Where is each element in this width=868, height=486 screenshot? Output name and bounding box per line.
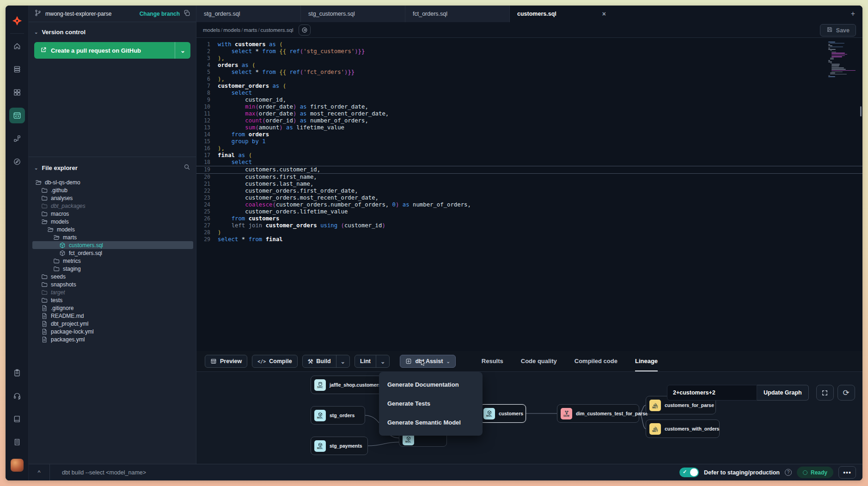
tab-fct_orders-sql[interactable]: fct_orders.sql (405, 6, 510, 22)
breadcrumb-item[interactable]: customers.sql (261, 27, 293, 33)
tree-item-metrics[interactable]: metrics (32, 257, 193, 265)
result-tab-results[interactable]: Results (482, 351, 503, 371)
tree-item--gitignore[interactable]: .gitignore (32, 304, 193, 312)
search-icon[interactable] (183, 164, 190, 172)
code-line-7[interactable]: 7customer_orders as ( (196, 83, 862, 90)
tree-item-models[interactable]: models (32, 218, 193, 225)
code-line-25[interactable]: 25 customer_orders.lifetime_value (196, 208, 862, 215)
rail-item-support[interactable] (9, 388, 25, 404)
build-button[interactable]: ⚒Build ⌄ (302, 355, 350, 368)
code-line-28[interactable]: 28) (196, 229, 862, 236)
code-line-9[interactable]: 9 customer_id, (196, 97, 862, 103)
tree-item-snapshots[interactable]: snapshots (32, 280, 193, 288)
menu-item-generate-semantic-model[interactable]: Generate Semantic Model (379, 413, 483, 432)
code-line-6[interactable]: 6), (196, 76, 862, 83)
tree-item-dbt-project-yml[interactable]: dbt_project.yml (32, 320, 193, 328)
code-line-29[interactable]: 29select * from final (196, 236, 862, 243)
tree-item-packages-yml[interactable]: packages.yml (32, 335, 193, 343)
dbt-assist-button[interactable]: dbt Assist⌄ (400, 355, 455, 368)
code-line-23[interactable]: 23 customer_orders.most_recent_order_dat… (196, 194, 862, 201)
more-options-button[interactable]: ••• (838, 466, 856, 479)
result-tab-code-quality[interactable]: Code quality (521, 351, 557, 371)
create-pr-button[interactable]: Create a pull request on GitHub ⌄ (34, 42, 190, 59)
rail-item-deploy[interactable] (9, 131, 25, 146)
lineage-node-met2[interactable]: MET customers_with_orders (646, 419, 720, 438)
update-graph-button[interactable]: Update Graph (757, 385, 809, 401)
result-tab-compiled-code[interactable]: Compiled code (575, 351, 617, 371)
code-line-19[interactable]: 19 customers.customer_id, (196, 166, 862, 174)
tree-item-analyses[interactable]: analyses (32, 194, 193, 202)
new-tab-button[interactable]: + (851, 10, 855, 18)
rail-item-projects[interactable] (9, 61, 25, 77)
defer-toggle[interactable]: ✓ (679, 468, 699, 477)
rail-item-explore[interactable] (9, 154, 25, 170)
editor-scrollbar-thumb[interactable] (860, 106, 862, 116)
tree-item-dbt-packages[interactable]: dbt_packages (32, 202, 193, 210)
dropdown-chevron-icon[interactable]: ⌄ (376, 358, 389, 365)
code-line-13[interactable]: 13 sum(amount) as lifetime_value (196, 124, 862, 131)
help-icon[interactable]: ? (785, 469, 792, 476)
dbt-command-input[interactable] (50, 469, 679, 476)
code-line-8[interactable]: 8 select (196, 90, 862, 97)
rail-item-home[interactable] (9, 38, 25, 54)
rail-item-docs[interactable] (9, 411, 25, 427)
close-icon[interactable]: × (601, 10, 607, 18)
tab-stg_orders-sql[interactable]: stg_orders.sql (196, 6, 301, 22)
preview-button[interactable]: Preview (205, 355, 247, 368)
tree-item-marts[interactable]: marts (32, 233, 193, 241)
collapse-panel-chevron-icon[interactable]: ^ (29, 464, 50, 480)
rail-item-dashboard[interactable] (9, 85, 25, 100)
code-line-5[interactable]: 5 select * from {{ ref('fct_orders')}} (196, 69, 862, 76)
code-line-18[interactable]: 18 select (196, 159, 862, 166)
refresh-icon[interactable]: ⟳ (837, 385, 855, 401)
change-branch-link[interactable]: Change branch (140, 11, 180, 17)
rail-item-notes[interactable] (9, 365, 25, 381)
pr-dropdown-chevron-icon[interactable]: ⌄ (175, 42, 190, 59)
code-line-2[interactable]: 2 select * from {{ ref('stg_customers')}… (196, 48, 862, 55)
copy-icon[interactable] (183, 10, 190, 18)
code-line-27[interactable]: 27 left join customer_orders using (cust… (196, 222, 862, 229)
tree-item-staging[interactable]: staging (32, 265, 193, 273)
breadcrumb-item[interactable]: models (223, 27, 240, 33)
breadcrumb-item[interactable]: marts (244, 27, 257, 33)
code-line-1[interactable]: 1with customers as ( (196, 41, 862, 48)
code-line-16[interactable]: 16), (196, 145, 862, 152)
rail-item-ide[interactable] (9, 108, 25, 123)
code-line-24[interactable]: 24 coalesce(customer_orders.number_of_or… (196, 201, 862, 208)
compile-button[interactable]: </>Compile (252, 355, 297, 368)
code-line-14[interactable]: 14 from orders (196, 131, 862, 138)
dropdown-chevron-icon[interactable]: ⌄ (336, 358, 349, 365)
lineage-filter-input[interactable] (667, 385, 757, 401)
tab-customers-sql[interactable]: customers.sql × (510, 6, 614, 22)
lineage-node-customers[interactable]: MDL customers (480, 404, 526, 423)
lineage-node-stg_orders[interactable]: MDL stg_orders (311, 406, 365, 425)
fullscreen-icon[interactable] (816, 385, 834, 401)
tree-item-target[interactable]: target (32, 288, 193, 296)
editor-minimap[interactable] (828, 42, 855, 78)
tree-item-tests[interactable]: tests (32, 296, 193, 304)
tree-item-readme-md[interactable]: README.md (32, 312, 193, 320)
code-line-15[interactable]: 15 group by 1 (196, 138, 862, 145)
collapse-chevron-icon[interactable]: ⌄ (34, 165, 38, 170)
collapse-chevron-icon[interactable]: ⌄ (34, 30, 38, 35)
tree-item-seeds[interactable]: seeds (32, 273, 193, 280)
result-tab-lineage[interactable]: Lineage (635, 351, 658, 371)
tree-item-models[interactable]: models (32, 225, 193, 233)
tree-item-db-sl-qs-demo[interactable]: db-sl-qs-demo (32, 178, 193, 186)
tree-item-package-lock-yml[interactable]: package-lock.yml (32, 328, 193, 335)
file-lineage-icon[interactable] (299, 24, 311, 36)
lint-button[interactable]: Lint ⌄ (355, 355, 390, 368)
tree-item-customers-sql[interactable]: customers.sql (32, 241, 193, 249)
code-line-26[interactable]: 26 from customers (196, 215, 862, 222)
rail-item-organization[interactable] (9, 434, 25, 450)
tree-item-fct-orders-sql[interactable]: fct_orders.sql (32, 249, 193, 257)
rail-item-dbt-logo[interactable] (9, 13, 25, 29)
code-line-22[interactable]: 22 customer_orders.first_order_date, (196, 188, 862, 194)
code-line-21[interactable]: 21 customers.last_name, (196, 181, 862, 188)
code-line-11[interactable]: 11 max(order_date) as most_recent_order_… (196, 110, 862, 117)
menu-item-generate-tests[interactable]: Generate Tests (379, 394, 483, 413)
code-line-12[interactable]: 12 count(order_id) as number_of_orders, (196, 117, 862, 124)
code-line-20[interactable]: 20 customers.first_name, (196, 174, 862, 181)
lineage-node-src1[interactable]: SRC jaffle_shop.customers (311, 376, 389, 394)
code-editor[interactable]: 1with customers as ( 2 select * from {{ … (196, 38, 862, 351)
